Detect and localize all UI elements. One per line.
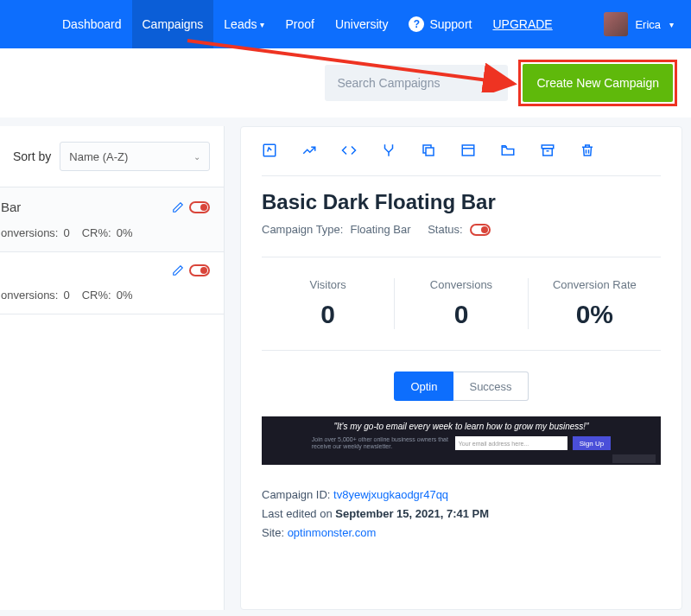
edit-icon[interactable] — [172, 201, 184, 213]
create-new-campaign-button[interactable]: Create New Campaign — [523, 64, 673, 102]
conversion-rate-value: 0% — [529, 300, 661, 329]
campaign-detail-panel: Basic Dark Floating Bar Campaign Type: F… — [240, 126, 682, 610]
conversion-rate-label: Conversion Rate — [529, 278, 661, 291]
campaign-type-line: Campaign Type: Floating Bar Status: — [262, 223, 661, 236]
search-input[interactable] — [325, 65, 508, 101]
svg-rect-3 — [263, 144, 276, 156]
svg-point-0 — [487, 77, 495, 85]
campaign-id-link[interactable]: tv8yewjxugkaodgr47qq — [333, 488, 448, 501]
chevron-down-icon: ▾ — [669, 20, 674, 29]
subheader: Create New Campaign — [0, 48, 691, 117]
campaign-meta: Campaign ID: tv8yewjxugkaodgr47qq Last e… — [262, 486, 661, 543]
annotation-highlight: Create New Campaign — [518, 60, 677, 106]
folder-icon[interactable] — [500, 143, 516, 158]
conversions-value: 0 — [395, 300, 527, 329]
svg-rect-4 — [426, 148, 434, 156]
list-item-title: Bar — [1, 200, 21, 214]
preview-signup-button: Sign Up — [573, 436, 611, 450]
nav-campaigns[interactable]: Campaigns — [132, 0, 214, 48]
user-name: Erica — [635, 18, 661, 31]
analytics-icon[interactable] — [301, 143, 317, 158]
visitors-value: 0 — [262, 300, 394, 329]
svg-line-1 — [494, 84, 498, 87]
duplicate-icon[interactable] — [421, 143, 436, 158]
status-toggle[interactable] — [189, 264, 210, 276]
split-test-icon[interactable] — [381, 143, 396, 158]
preview-desc: Join over 5,000+ other online business o… — [312, 436, 450, 449]
campaign-preview: "It's my go-to email every week to learn… — [262, 416, 661, 465]
edit-icon[interactable] — [172, 264, 184, 276]
list-item[interactable]: onversions: 0 CR%: 0% — [0, 252, 224, 314]
status-toggle[interactable] — [189, 201, 210, 213]
tab-success[interactable]: Success — [453, 372, 528, 401]
archive-icon[interactable] — [540, 143, 555, 158]
help-icon: ? — [409, 16, 424, 32]
preview-quote: "It's my go-to email every week to learn… — [333, 422, 588, 431]
view-tabs: Optin Success — [262, 372, 661, 401]
sort-select[interactable]: Name (A-Z) ⌄ — [60, 142, 210, 171]
sort-by-label: Sort by — [13, 149, 51, 163]
trash-icon[interactable] — [580, 143, 595, 158]
search-icon — [485, 75, 499, 89]
nav-upgrade[interactable]: UPGRADE — [482, 0, 562, 48]
stats-row: Visitors 0 Conversions 0 Conversion Rate… — [262, 278, 661, 329]
code-icon[interactable] — [341, 143, 357, 158]
svg-rect-5 — [462, 145, 474, 156]
preview-email-input: Your email address here... — [455, 436, 567, 450]
user-menu[interactable]: Erica ▾ — [586, 12, 674, 36]
nav-leads[interactable]: Leads▾ — [213, 0, 275, 48]
list-item[interactable]: Bar onversions: 0 CR%: 0% — [0, 187, 224, 252]
campaign-title: Basic Dark Floating Bar — [262, 190, 661, 214]
nav-university[interactable]: University — [325, 0, 398, 48]
visitors-label: Visitors — [262, 278, 394, 291]
nav-dashboard[interactable]: Dashboard — [52, 0, 132, 48]
svg-rect-8 — [543, 149, 553, 156]
chevron-down-icon: ▾ — [260, 20, 264, 29]
nav-proof[interactable]: Proof — [275, 0, 324, 48]
nav-support[interactable]: ?Support — [398, 0, 482, 48]
window-icon[interactable] — [460, 143, 476, 158]
chevron-down-icon: ⌄ — [193, 152, 200, 162]
campaign-list-sidebar: Sort by Name (A-Z) ⌄ Bar onversions: 0 C… — [0, 126, 225, 610]
conversions-label: Conversions — [395, 278, 527, 291]
campaign-toolbar — [262, 143, 661, 176]
top-nav: Dashboard Campaigns Leads▾ Proof Univers… — [0, 0, 691, 48]
campaign-site-link[interactable]: optinmonster.com — [288, 526, 377, 539]
edit-icon[interactable] — [262, 143, 277, 158]
tab-optin[interactable]: Optin — [394, 372, 453, 401]
status-toggle[interactable] — [470, 224, 491, 236]
avatar — [604, 12, 628, 36]
